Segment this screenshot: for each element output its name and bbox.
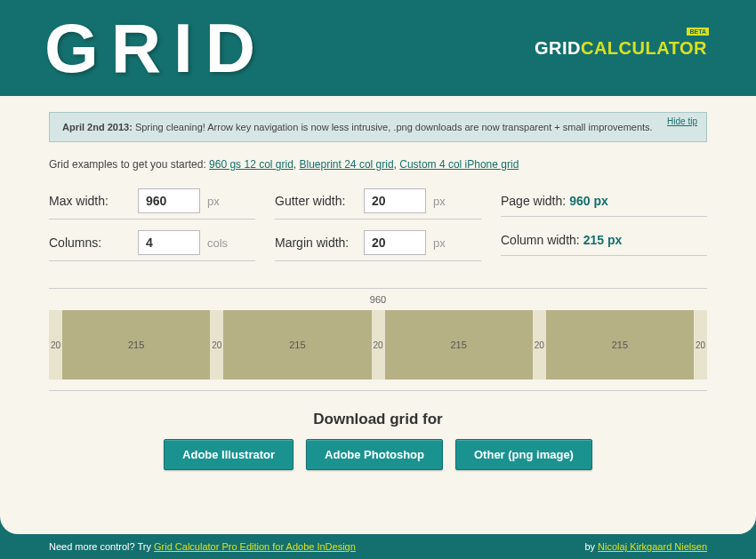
download-section: Download grid for Adobe Illustrator Adob… — [49, 411, 707, 470]
column-width-result: Column width: 215 px — [501, 228, 707, 256]
preview-column: 215 — [546, 310, 694, 379]
footer-right-lead: by — [584, 541, 598, 552]
controls-col-2: Gutter width: px Margin width: px — [275, 188, 481, 261]
download-png-button[interactable]: Other (png image) — [455, 439, 592, 470]
page-width-label: Page width: — [501, 194, 566, 208]
logo: GRID — [44, 13, 268, 83]
preview-column: 215 — [62, 310, 210, 379]
example-link-blueprint[interactable]: Blueprint 24 col grid — [300, 158, 394, 171]
gutter-label: Gutter width: — [275, 194, 357, 208]
gutter-row: Gutter width: px — [275, 188, 481, 220]
examples-line: Grid examples to get you started: 960 gs… — [49, 158, 707, 171]
footer-left: Need more control? Try Grid Calculator P… — [49, 541, 356, 552]
preview-gutter: 20 — [533, 310, 546, 379]
examples-lead: Grid examples to get you started: — [49, 158, 209, 171]
results-col: Page width: 960 px Column width: 215 px — [501, 188, 707, 261]
example-link-960gs[interactable]: 960 gs 12 col grid — [209, 158, 294, 171]
brand: BETA GRIDCALCULATOR — [535, 38, 707, 59]
page-width-value: 960 px — [569, 194, 608, 208]
hide-tip-link[interactable]: Hide tip — [667, 116, 697, 126]
controls-col-1: Max width: px Columns: cols — [49, 188, 255, 261]
gutter-input[interactable] — [364, 188, 426, 213]
download-title: Download grid for — [49, 411, 707, 428]
preview-column: 215 — [223, 310, 371, 379]
max-width-row: Max width: px — [49, 188, 255, 220]
footer-right: by Nicolaj Kirkgaard Nielsen — [584, 541, 707, 552]
download-illustrator-button[interactable]: Adobe Illustrator — [164, 439, 294, 470]
tip-box: Hide tip April 2nd 2013: Spring cleaning… — [49, 112, 707, 142]
columns-input[interactable] — [138, 230, 200, 255]
margin-input[interactable] — [364, 230, 426, 255]
gutter-unit: px — [433, 195, 446, 208]
preview-total-label: 960 — [49, 294, 707, 305]
columns-unit: cols — [207, 236, 228, 250]
preview-gutter: 20 — [372, 310, 385, 379]
footer-pro-link[interactable]: Grid Calculator Pro Edition for Adobe In… — [154, 541, 356, 552]
tip-date: April 2nd 2013: — [62, 122, 133, 132]
tip-text: Spring cleaning! Arrow key navigation is… — [133, 122, 653, 132]
beta-badge: BETA — [687, 28, 709, 36]
download-buttons: Adobe Illustrator Adobe Photoshop Other … — [49, 439, 707, 470]
margin-unit: px — [433, 236, 446, 250]
page-width-result: Page width: 960 px — [501, 188, 707, 217]
footer: Need more control? Try Grid Calculator P… — [0, 534, 756, 559]
header: GRID BETA GRIDCALCULATOR — [0, 0, 756, 96]
preview-margin-right: 20 — [694, 310, 707, 379]
margin-row: Margin width: px — [275, 230, 481, 261]
columns-row: Columns: cols — [49, 230, 255, 261]
preview-column: 215 — [385, 310, 533, 379]
controls: Max width: px Columns: cols Gutter width… — [49, 188, 707, 261]
footer-curve — [0, 516, 756, 534]
margin-label: Margin width: — [275, 236, 357, 250]
grid-preview: 960 20 215 20 215 20 215 20 215 20 — [49, 288, 707, 391]
footer-left-lead: Need more control? Try — [49, 541, 154, 552]
brand-grid: GRID — [535, 38, 581, 58]
preview-margin-left: 20 — [49, 310, 62, 379]
preview-gutter: 20 — [210, 310, 223, 379]
content: Hide tip April 2nd 2013: Spring cleaning… — [0, 96, 756, 470]
column-width-value: 215 px — [583, 233, 623, 247]
max-width-input[interactable] — [138, 188, 200, 213]
column-width-label: Column width: — [501, 233, 580, 247]
brand-calculator: CALCULATOR — [581, 38, 707, 58]
max-width-unit: px — [207, 195, 220, 208]
download-photoshop-button[interactable]: Adobe Photoshop — [306, 439, 443, 470]
columns-label: Columns: — [49, 236, 131, 250]
example-link-iphone[interactable]: Custom 4 col iPhone grid — [399, 158, 519, 171]
max-width-label: Max width: — [49, 194, 131, 208]
footer-author-link[interactable]: Nicolaj Kirkgaard Nielsen — [598, 541, 707, 552]
preview-grid: 20 215 20 215 20 215 20 215 20 — [49, 310, 707, 379]
